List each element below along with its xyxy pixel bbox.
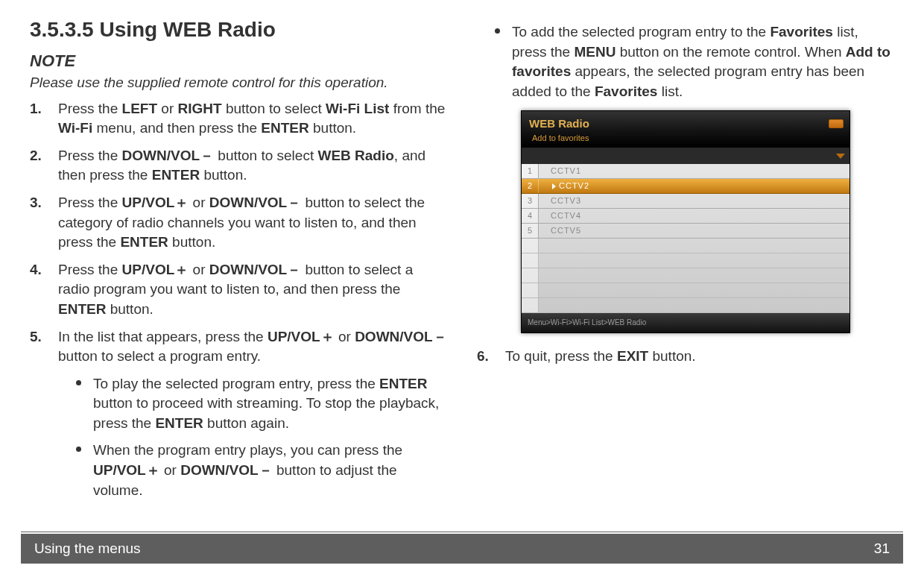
row-label: CCTV3: [539, 195, 581, 206]
device-screenshot: WEB Radio Add to favorites 1CCTV12CCTV23…: [521, 110, 850, 333]
device-header: WEB Radio: [522, 111, 849, 133]
device-empty-row: [522, 283, 849, 298]
row-label: CCTV4: [539, 210, 581, 221]
device-list-row[interactable]: 2CCTV2: [522, 179, 849, 194]
device-subtitle: Add to favorites: [522, 133, 849, 147]
bullet-icon: [76, 380, 81, 385]
bullet-icon: [495, 28, 500, 34]
step-text: Press the LEFT or RIGHT button to select…: [58, 99, 447, 139]
step-number: 5.: [30, 327, 46, 501]
bullet-icon: [76, 447, 81, 452]
step-number: 3.: [30, 193, 46, 253]
row-number: 3: [522, 194, 539, 208]
device-list-row[interactable]: 3CCTV3: [522, 194, 849, 209]
step-number: 1.: [30, 99, 46, 139]
footer-section: Using the menus: [34, 540, 141, 557]
row-number: [522, 268, 539, 283]
row-number: 2: [522, 179, 539, 193]
bullet-item: To add the selected program entry to the…: [495, 22, 894, 101]
row-label: CCTV2: [539, 180, 589, 192]
device-empty-row: [522, 268, 849, 283]
step-number: 6.: [477, 347, 493, 367]
row-label: CCTV5: [539, 225, 581, 236]
footer-page: 31: [874, 540, 890, 557]
bullet-text: To play the selected program entry, pres…: [93, 374, 447, 434]
row-number: 5: [522, 224, 539, 238]
bullets-right: To add the selected program entry to the…: [495, 22, 894, 101]
section-heading: 3.5.3.5 Using WEB Radio: [30, 15, 447, 44]
list-item: 2.Press the DOWN/VOL－ button to select W…: [30, 146, 447, 186]
ordered-steps-right: 6.To quit, press the EXIT button.: [477, 347, 894, 367]
play-icon: [552, 183, 556, 189]
step-text: Press the UP/VOL＋ or DOWN/VOL－ button to…: [58, 260, 447, 320]
row-number: 1: [522, 164, 539, 178]
step-text: In the list that appears, press the UP/V…: [58, 327, 447, 501]
step-number: 2.: [30, 146, 46, 186]
device-empty-row: [522, 298, 849, 313]
list-item: 1.Press the LEFT or RIGHT button to sele…: [30, 99, 447, 139]
note-text: Please use the supplied remote control f…: [30, 73, 447, 93]
row-number: [522, 283, 539, 297]
step-text: Press the UP/VOL＋ or DOWN/VOL－ button to…: [58, 193, 447, 253]
device-empty-row: [522, 253, 849, 268]
device-breadcrumb: Menu>Wi-Fi>Wi-Fi List>WEB Radio: [522, 313, 849, 332]
bullet-text: To add the selected program entry to the…: [512, 22, 894, 101]
row-number: 4: [522, 209, 539, 223]
device-list: 1CCTV12CCTV23CCTV34CCTV45CCTV5: [522, 164, 849, 313]
right-column: To add the selected program entry to the…: [477, 15, 894, 508]
bullet-text: When the program entry plays, you can pr…: [93, 441, 447, 500]
footer-bar: Using the menus 31: [21, 534, 903, 564]
sub-bullet: To play the selected program entry, pres…: [76, 374, 447, 434]
device-list-row[interactable]: 4CCTV4: [522, 209, 849, 224]
list-item: 4.Press the UP/VOL＋ or DOWN/VOL－ button …: [30, 260, 447, 320]
ordered-steps-left: 1.Press the LEFT or RIGHT button to sele…: [30, 99, 447, 501]
device-title: WEB Radio: [529, 116, 589, 131]
row-number: [522, 298, 539, 312]
step-text: Press the DOWN/VOL－ button to select WEB…: [58, 146, 447, 186]
step-text: To quit, press the EXIT button.: [505, 347, 894, 367]
chevron-down-icon: [836, 154, 845, 159]
device-list-row[interactable]: 1CCTV1: [522, 164, 849, 179]
row-label: CCTV1: [539, 165, 581, 177]
list-item: 6.To quit, press the EXIT button.: [477, 347, 894, 367]
note-label: NOTE: [30, 50, 447, 73]
row-number: [522, 239, 539, 253]
device-empty-row: [522, 239, 849, 253]
list-item: 5.In the list that appears, press the UP…: [30, 327, 447, 501]
step-number: 4.: [30, 260, 46, 320]
left-column: 3.5.3.5 Using WEB Radio NOTE Please use …: [30, 15, 447, 508]
list-item: 3.Press the UP/VOL＋ or DOWN/VOL－ button …: [30, 193, 447, 253]
scroll-down-hint: [522, 148, 849, 164]
sub-bullet: When the program entry plays, you can pr…: [76, 441, 447, 500]
device-list-row[interactable]: 5CCTV5: [522, 224, 849, 239]
row-number: [522, 253, 539, 268]
battery-icon: [829, 119, 844, 128]
